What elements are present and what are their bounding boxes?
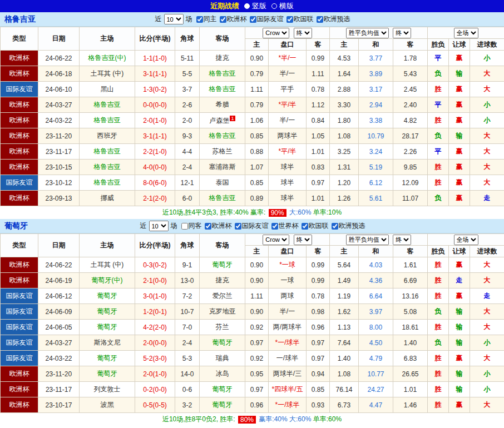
col-type: 类型 xyxy=(1,234,38,257)
result-wdl: 平 xyxy=(428,51,449,66)
horizontal-label: 横版 xyxy=(279,1,294,11)
euro-odds-group: 胜平负均值 终 xyxy=(330,27,428,39)
wdl-avg-select[interactable]: 胜平负均值 xyxy=(346,28,389,38)
away-team: 塞浦路斯 xyxy=(200,160,245,175)
euro-home-odds: 1.08 xyxy=(330,128,359,144)
match-date: 24-06-22 xyxy=(38,51,80,66)
odds-time-select[interactable]: 终 xyxy=(294,28,312,38)
fulltime-select[interactable]: 全场 xyxy=(454,235,478,245)
result-wdl: 负 xyxy=(428,66,449,82)
match-type: 欧洲杯 xyxy=(1,128,38,144)
match-date: 24-06-19 xyxy=(38,273,80,288)
result-goals: 大 xyxy=(470,397,504,413)
euro-away-odds: 28.17 xyxy=(393,128,428,144)
result-goals: 大 xyxy=(470,66,504,82)
filter-option[interactable]: 欧洲杯 xyxy=(202,221,232,231)
near-label: 近 xyxy=(140,221,147,231)
match-count-select[interactable]: 10 xyxy=(164,14,184,24)
filter-checkbox[interactable] xyxy=(196,16,203,23)
match-date: 23-09-13 xyxy=(38,191,80,206)
wdl-avg-select[interactable]: 胜平负均值 xyxy=(346,235,389,245)
filter-checkbox[interactable] xyxy=(271,223,278,230)
asian-away-odds: 1.05 xyxy=(307,128,330,144)
filter-checkbox[interactable] xyxy=(235,223,241,230)
filter-option[interactable]: 欧国联 xyxy=(284,14,314,24)
filter-checkbox[interactable] xyxy=(317,16,323,23)
asian-handicap: 半/一 xyxy=(269,66,307,82)
asian-handicap: 一球 xyxy=(269,273,307,288)
col-corner: 角球 xyxy=(175,27,200,51)
odds-time-select[interactable]: 终 xyxy=(294,235,312,245)
filter-checkbox[interactable] xyxy=(181,223,188,230)
asian-handicap: 两球 xyxy=(269,288,307,304)
rate-badge: 90% xyxy=(269,209,286,217)
home-team: 黑山 xyxy=(80,82,135,97)
corner-count: 5-11 xyxy=(175,51,200,66)
filter-option[interactable]: 欧国联 xyxy=(299,221,329,231)
filter-label: 国际友谊 xyxy=(257,14,284,24)
filter-option[interactable]: 世界杯 xyxy=(269,221,299,231)
vertical-layout-option[interactable]: 竖版 xyxy=(244,1,266,11)
match-count-select[interactable]: 10 xyxy=(149,221,169,231)
col-home: 主场 xyxy=(80,27,135,51)
euro-home-odds: 1.20 xyxy=(330,175,359,191)
euro-away-odds: 2.45 xyxy=(393,82,428,97)
euro-draw-odds: 10.77 xyxy=(359,366,393,382)
fulltime-select[interactable]: 全场 xyxy=(454,28,478,38)
filter-checkbox[interactable] xyxy=(332,223,338,230)
radio-unselected-icon[interactable] xyxy=(271,3,277,9)
filter-option[interactable]: 欧洲杯 xyxy=(217,14,247,24)
away-team: 格鲁吉亚 xyxy=(200,191,245,206)
result-wdl: 胜 xyxy=(428,351,449,366)
match-row: 欧洲杯24-06-19葡萄牙(中)2-1(0-0)13-0捷克0.90一球0.9… xyxy=(1,273,504,288)
euro-time-select[interactable]: 终 xyxy=(393,235,411,245)
result-wdl: 胜 xyxy=(428,82,449,97)
filter-option[interactable]: 同主 xyxy=(194,14,217,24)
result-wdl: 胜 xyxy=(428,320,449,335)
match-score: 0-0(0-0) xyxy=(135,97,175,113)
odds-provider-select[interactable]: Crow xyxy=(263,235,289,245)
result-goals: 小 xyxy=(470,113,504,128)
euro-odds-group: 胜平负均值 终 xyxy=(330,234,428,246)
match-type: 欧洲杯 xyxy=(1,66,38,82)
col-euro-away: 客 xyxy=(393,39,428,51)
asian-away-odds: 0.78 xyxy=(307,288,330,304)
filter-checkbox[interactable] xyxy=(286,16,293,23)
euro-time-select[interactable]: 终 xyxy=(393,28,411,38)
asian-away-odds: 0.85 xyxy=(307,382,330,397)
filter-label: 欧国联 xyxy=(294,14,314,24)
match-type: 国际友谊 xyxy=(1,335,38,351)
odds-provider-select[interactable]: Crow xyxy=(263,28,289,38)
filter-checkbox[interactable] xyxy=(302,223,308,230)
filter-option[interactable]: 欧洲预选 xyxy=(329,221,365,231)
filter-option[interactable]: 同客 xyxy=(179,221,202,231)
radio-selected-icon[interactable] xyxy=(244,3,250,9)
match-type: 国际友谊 xyxy=(1,351,38,366)
match-row: 欧洲杯23-11-20西班牙3-1(1-1)9-3格鲁吉亚0.85两球半1.05… xyxy=(1,128,504,144)
summary-text: 单率:10% xyxy=(313,208,342,217)
away-team: 卢森堡1 xyxy=(200,113,245,128)
filter-option[interactable]: 国际友谊 xyxy=(232,221,269,231)
filter-checkbox[interactable] xyxy=(250,16,256,23)
summary-text: 赢率: xyxy=(250,208,268,217)
euro-away-odds: 6.69 xyxy=(393,273,428,288)
result-group: 全场 xyxy=(428,234,504,246)
result-handicap: 赢 xyxy=(449,351,470,366)
euro-away-odds: 13.16 xyxy=(393,288,428,304)
match-row: 欧洲杯23-09-13挪威2-1(2-0)6-0格鲁吉亚0.89球半1.011.… xyxy=(1,191,504,206)
match-row: 欧洲杯24-06-22土耳其 (中)0-3(0-2)9-1葡萄牙0.90*一球0… xyxy=(1,257,504,273)
filter-checkbox[interactable] xyxy=(205,223,211,230)
result-wdl: 胜 xyxy=(428,288,449,304)
filter-option[interactable]: 国际友谊 xyxy=(247,14,284,24)
col-home: 主场 xyxy=(80,234,135,257)
filter-option[interactable]: 欧洲预选 xyxy=(314,14,350,24)
horizontal-layout-option[interactable]: 横版 xyxy=(271,1,294,11)
match-date: 24-06-18 xyxy=(38,66,80,82)
result-goals: 大 xyxy=(470,304,504,320)
filter-checkbox[interactable] xyxy=(220,16,226,23)
match-date: 23-10-12 xyxy=(38,175,80,191)
away-team: 葡萄牙 xyxy=(200,335,245,351)
match-row: 欧洲杯24-06-18土耳其 (中)3-1(1-1)5-5格鲁吉亚0.79半/一… xyxy=(1,66,504,82)
asian-handicap: 半/一 xyxy=(269,113,307,128)
corner-count: 9-3 xyxy=(175,128,200,144)
